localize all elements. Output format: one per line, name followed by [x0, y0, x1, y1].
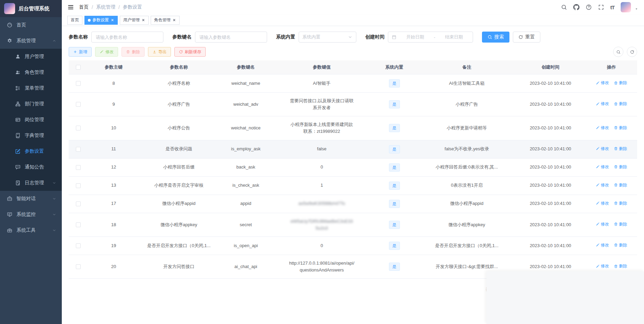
- row-checkbox[interactable]: [76, 165, 81, 170]
- row-edit-link[interactable]: 修改: [596, 263, 609, 269]
- tab[interactable]: 角色管理: [151, 16, 180, 25]
- caret-down-icon[interactable]: [634, 7, 639, 11]
- close-icon[interactable]: [172, 18, 176, 22]
- row-delete-link[interactable]: 删除: [614, 200, 627, 207]
- hamburger-icon[interactable]: [67, 4, 74, 11]
- param-name-input[interactable]: [91, 32, 163, 43]
- badge-icon: [15, 117, 21, 123]
- edit-button[interactable]: 修改: [95, 47, 118, 57]
- row-delete-link[interactable]: 删除: [614, 263, 627, 269]
- sidebar-item-label: 系统监控: [16, 211, 36, 218]
- help-icon[interactable]: [586, 4, 592, 10]
- row-edit-link[interactable]: 修改: [596, 164, 609, 170]
- font-size-icon[interactable]: tT: [610, 4, 614, 10]
- sidebar-item[interactable]: 系统工具: [0, 222, 62, 238]
- row-edit-link[interactable]: 修改: [596, 101, 609, 107]
- cell-param-key: is_employ_ask: [218, 141, 273, 157]
- cell-param-name: 微信小程序appid: [139, 195, 218, 212]
- select-all-checkbox[interactable]: [76, 65, 81, 70]
- param-key-input[interactable]: [195, 32, 267, 43]
- row-delete-link[interactable]: 删除: [614, 221, 627, 228]
- sidebar-item[interactable]: 岗位管理: [0, 112, 62, 128]
- trash-icon: [614, 147, 618, 151]
- row-delete-link[interactable]: 删除: [614, 242, 627, 248]
- row-delete-link[interactable]: 删除: [614, 101, 627, 107]
- row-checkbox[interactable]: [76, 147, 81, 152]
- sidebar-item[interactable]: 字典管理: [0, 128, 62, 143]
- row-edit-link[interactable]: 修改: [596, 146, 609, 152]
- row-checkbox[interactable]: [76, 81, 81, 86]
- gear-icon: [7, 38, 12, 44]
- row-checkbox[interactable]: [76, 243, 81, 248]
- date-range-picker[interactable]: 开始日期 - 结束日期: [388, 32, 473, 43]
- github-icon[interactable]: [573, 4, 579, 10]
- tab[interactable]: 参数设置: [84, 16, 118, 25]
- sidebar-item[interactable]: 日志管理: [0, 175, 62, 191]
- tab[interactable]: 首页: [67, 16, 82, 25]
- breadcrumb-item[interactable]: 系统管理: [96, 4, 115, 10]
- close-icon[interactable]: [141, 18, 145, 22]
- pencil-icon: [596, 201, 600, 205]
- row-checkbox[interactable]: [76, 222, 81, 227]
- sidebar-item[interactable]: 首页: [0, 17, 62, 33]
- sidebar-item[interactable]: 部门管理: [0, 96, 62, 112]
- row-edit-link[interactable]: 修改: [596, 242, 609, 248]
- cell-remark: 小程序广告: [418, 96, 516, 113]
- cell-param-id: 20: [88, 258, 139, 275]
- table-toolbar: 新增 修改 删除 导出 刷新缓存: [69, 47, 637, 57]
- row-edit-link[interactable]: 修改: [596, 182, 609, 188]
- sidebar-item[interactable]: 菜单管理: [0, 80, 62, 96]
- delete-button[interactable]: 删除: [122, 47, 145, 57]
- close-icon[interactable]: [111, 18, 114, 22]
- row-delete-link[interactable]: 删除: [614, 164, 627, 170]
- breadcrumb-item[interactable]: 首页: [79, 4, 89, 10]
- sidebar-item[interactable]: 参数设置: [0, 143, 62, 159]
- search-icon[interactable]: [561, 4, 567, 10]
- cell-param-value: ax5w9wK30598bA47To: [273, 195, 370, 212]
- refresh-cache-button[interactable]: 刷新缓存: [174, 47, 206, 57]
- tab-label: 用户管理: [123, 17, 140, 23]
- refresh-table-button[interactable]: [627, 47, 637, 57]
- sidebar-item[interactable]: 角色管理: [0, 65, 62, 80]
- row-checkbox[interactable]: [76, 102, 81, 107]
- search-button[interactable]: 搜索: [482, 32, 509, 43]
- trash-icon: [614, 243, 618, 247]
- sidebar-item[interactable]: 用户管理: [0, 49, 62, 65]
- fullscreen-icon[interactable]: [598, 4, 604, 10]
- row-checkbox[interactable]: [76, 183, 81, 188]
- cell-param-key: weichat_notice: [218, 120, 273, 136]
- add-button[interactable]: 新增: [69, 47, 92, 57]
- row-edit-link[interactable]: 修改: [596, 200, 609, 207]
- tab[interactable]: 用户管理: [120, 16, 149, 25]
- reset-button[interactable]: 重置: [513, 32, 540, 43]
- sidebar-item[interactable]: 通知公告: [0, 159, 62, 175]
- logo: 后台管理系统: [0, 0, 62, 17]
- end-date-placeholder: 结束日期: [439, 34, 469, 40]
- row-checkbox[interactable]: [76, 264, 81, 269]
- users-icon: [15, 70, 21, 75]
- refresh-icon: [630, 50, 634, 54]
- export-button[interactable]: 导出: [148, 47, 171, 57]
- row-delete-link[interactable]: 删除: [614, 146, 627, 152]
- row-delete-link[interactable]: 删除: [614, 182, 627, 188]
- avatar[interactable]: [621, 2, 631, 12]
- row-checkbox[interactable]: [76, 126, 81, 130]
- sidebar-item[interactable]: 智能对话: [0, 191, 62, 207]
- cell-created-time: 2023-02-10 10:41:00: [515, 141, 586, 157]
- row-delete-link[interactable]: 删除: [614, 80, 627, 86]
- row-edit-link[interactable]: 修改: [596, 221, 609, 228]
- tool-icon: [7, 228, 12, 233]
- sidebar-item-label: 系统工具: [16, 227, 36, 233]
- toggle-search-button[interactable]: [613, 47, 623, 57]
- builtin-badge: 是: [389, 200, 400, 208]
- pencil-icon: [596, 165, 600, 169]
- row-delete-link[interactable]: 删除: [614, 125, 627, 131]
- builtin-select[interactable]: 系统内置: [299, 32, 356, 43]
- sidebar-item-label: 首页: [16, 22, 26, 28]
- row-checkbox[interactable]: [76, 201, 81, 206]
- row-edit-link[interactable]: 修改: [596, 125, 609, 131]
- sidebar-item[interactable]: 系统管理: [0, 33, 62, 49]
- row-edit-link[interactable]: 修改: [596, 80, 609, 86]
- sidebar-item-label: 岗位管理: [25, 117, 44, 123]
- sidebar-item[interactable]: 系统监控: [0, 207, 62, 222]
